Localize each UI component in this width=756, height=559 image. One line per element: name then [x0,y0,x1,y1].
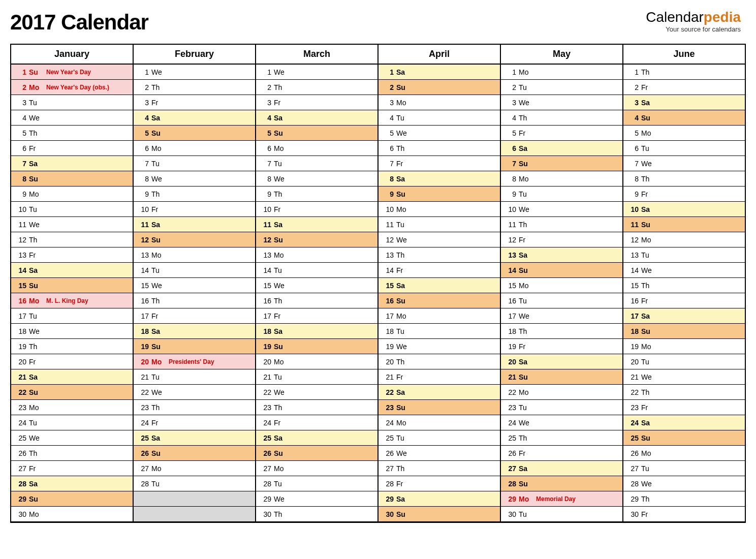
day-number: 11 [626,221,639,229]
day-of-week: Tu [641,251,655,259]
day-of-week: Tu [29,419,43,427]
day-of-week: Sa [641,312,655,320]
day-cell: 22Su [11,385,133,400]
day-cell: 13Fr [11,247,133,263]
day-number: 14 [14,266,26,274]
day-of-week: Sa [29,160,43,168]
day-cell: 7Tu [134,156,255,171]
day-number: 23 [14,403,26,412]
day-of-week: We [396,129,411,137]
day-cell: 15Su [11,278,133,293]
day-of-week: We [274,175,288,183]
day-cell: 18Tu [379,324,500,339]
day-of-week: Su [396,83,411,91]
day-number: 7 [137,160,149,168]
day-cell: 5Su [134,126,255,141]
day-number: 27 [14,464,26,473]
day-of-week: Su [274,449,288,457]
day-number: 12 [14,236,26,244]
day-number: 4 [382,114,394,122]
day-cell: 30Tu [501,507,622,522]
day-number: 1 [14,68,26,76]
day-number: 19 [382,343,394,351]
day-cell: 11Th [501,217,622,232]
day-of-week: Sa [641,99,655,107]
day-number: 6 [259,144,271,152]
day-number: 10 [137,205,149,213]
day-cell: 29Sa [379,491,500,507]
day-number: 2 [382,83,394,91]
day-cell: 25Sa [256,430,377,446]
day-cell: 3Fr [256,95,377,110]
day-cell: 15We [134,278,255,293]
day-number: 7 [382,160,394,168]
day-cell: 16Th [134,293,255,308]
day-number: 23 [137,403,149,412]
day-of-week: Th [519,434,533,442]
day-number: 20 [626,358,639,366]
day-number: 1 [259,68,271,76]
day-of-week: Tu [151,480,166,488]
day-of-week: Fr [641,83,655,91]
day-number: 3 [382,99,394,107]
day-number: 17 [382,312,394,320]
day-of-week: We [519,419,533,427]
day-cell: 30Mo [11,507,133,522]
day-number: 9 [14,190,26,198]
day-of-week: We [396,449,411,457]
day-number: 15 [259,282,271,290]
day-cell: 27Mo [134,461,255,476]
day-number: 15 [382,282,394,290]
day-of-week: Mo [274,464,288,473]
day-number: 28 [504,480,516,488]
page-title: 2017 Calendar [10,10,148,35]
day-cell: 21Fr [379,369,500,385]
day-cell: 23Th [256,400,377,415]
day-cell: 7Su [501,156,622,171]
day-of-week: Sa [274,221,288,229]
day-cell: 7Fr [379,156,500,171]
day-number: 19 [626,343,639,351]
day-number: 27 [259,464,271,473]
day-cell: 8Mo [501,171,622,187]
day-of-week: We [641,373,655,381]
day-of-week: Th [519,327,533,335]
day-of-week: Fr [29,144,43,152]
day-cell: 17We [501,308,622,324]
day-cell: 2Th [134,80,255,95]
day-number: 4 [259,114,271,122]
month-column: June1Th2Fr3Sa4Su5Mo6Tu7We8Th9Fr10Sa11Su1… [623,45,746,522]
day-of-week: Mo [641,343,655,351]
day-cell: 28Tu [256,476,377,491]
day-number: 10 [14,205,26,213]
day-number: 26 [259,449,271,457]
day-event: M. L. King Day [46,297,88,304]
day-of-week: Fr [29,358,43,366]
day-number: 12 [137,236,149,244]
day-cell: 18Sa [134,324,255,339]
day-of-week: Fr [396,480,411,488]
day-cell: 24Mo [379,415,500,430]
day-number: 3 [504,99,516,107]
day-cell: 10Mo [379,202,500,217]
day-of-week: We [641,160,655,168]
day-cell: 26Mo [623,446,745,461]
day-number: 25 [14,434,26,442]
day-of-week: Su [641,434,655,442]
day-of-week: We [274,68,288,76]
day-of-week: Tu [29,205,43,213]
day-of-week: Tu [274,160,288,168]
day-of-week: Su [29,175,43,183]
day-cell: 8We [256,171,377,187]
day-number: 30 [626,510,639,518]
day-cell: 23Th [134,400,255,415]
day-number: 28 [14,480,26,488]
day-number: 30 [504,510,516,518]
day-cell: 17Tu [11,308,133,324]
day-cell: 24Sa [623,415,745,430]
day-of-week: Mo [151,358,166,366]
day-of-week: We [151,175,166,183]
day-cell: 9Mo [11,187,133,202]
day-cell: 5Th [11,126,133,141]
day-cell: 17Fr [134,308,255,324]
